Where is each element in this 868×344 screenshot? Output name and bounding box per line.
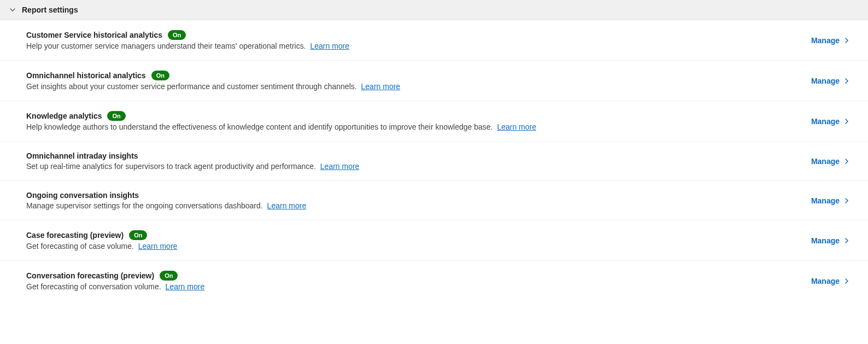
chevron-right-icon (843, 197, 851, 205)
status-badge-on: On (160, 271, 178, 281)
setting-description: Help knowledge authors to understand the… (26, 123, 802, 131)
setting-row: Customer Service historical analyticsOnH… (0, 20, 868, 61)
setting-title: Knowledge analytics (26, 112, 102, 120)
setting-row-content: Omnichannel historical analyticsOnGet in… (26, 71, 802, 91)
manage-button[interactable]: Manage (802, 194, 851, 207)
setting-row: Knowledge analyticsOnHelp knowledge auth… (0, 101, 868, 142)
learn-more-link[interactable]: Learn more (138, 242, 178, 250)
manage-button[interactable]: Manage (802, 155, 851, 168)
setting-description-text: Help knowledge authors to understand the… (26, 123, 493, 131)
chevron-right-icon (843, 37, 851, 44)
setting-title: Conversation forecasting (preview) (26, 271, 154, 280)
manage-button[interactable]: Manage (802, 234, 851, 247)
manage-label: Manage (811, 277, 840, 285)
chevron-down-icon (9, 6, 16, 14)
setting-title-line: Case forecasting (preview)On (26, 230, 802, 240)
setting-description-text: Manage supervisor settings for the ongoi… (26, 201, 263, 210)
setting-title-line: Omnichannel intraday insights (26, 151, 802, 160)
settings-list: Customer Service historical analyticsOnH… (0, 20, 868, 301)
manage-label: Manage (811, 196, 840, 205)
setting-description-text: Get forecasting of conversation volume. (26, 282, 161, 291)
setting-row: Omnichannel historical analyticsOnGet in… (0, 61, 868, 101)
setting-title-line: Customer Service historical analyticsOn (26, 30, 802, 40)
setting-description-text: Help your customer service managers unde… (26, 42, 306, 50)
manage-label: Manage (811, 117, 840, 126)
setting-row: Case forecasting (preview)OnGet forecast… (0, 220, 868, 261)
chevron-right-icon (843, 118, 851, 125)
setting-description: Set up real-time analytics for superviso… (26, 162, 802, 171)
learn-more-link[interactable]: Learn more (361, 82, 401, 91)
setting-row: Omnichannel intraday insightsSet up real… (0, 142, 868, 181)
setting-title: Omnichannel historical analytics (26, 71, 146, 80)
status-badge-on: On (168, 30, 186, 40)
setting-description: Get forecasting of conversation volume. … (26, 282, 802, 291)
section-header[interactable]: Report settings (0, 0, 868, 20)
setting-title-line: Knowledge analyticsOn (26, 111, 802, 121)
manage-button[interactable]: Manage (802, 275, 851, 288)
setting-title-line: Ongoing conversation insights (26, 191, 802, 200)
setting-row: Conversation forecasting (preview)OnGet … (0, 261, 868, 301)
status-badge-on: On (151, 71, 169, 80)
setting-description-text: Get forecasting of case volume. (26, 242, 134, 250)
chevron-right-icon (843, 77, 851, 85)
chevron-right-icon (843, 237, 851, 244)
setting-row-content: Omnichannel intraday insightsSet up real… (26, 151, 802, 171)
chevron-right-icon (843, 277, 851, 285)
setting-row-content: Ongoing conversation insightsManage supe… (26, 191, 802, 210)
setting-description-text: Set up real-time analytics for superviso… (26, 162, 316, 171)
learn-more-link[interactable]: Learn more (310, 42, 349, 50)
setting-title: Ongoing conversation insights (26, 191, 139, 200)
status-badge-on: On (129, 230, 147, 240)
setting-title-line: Omnichannel historical analyticsOn (26, 71, 802, 80)
manage-button[interactable]: Manage (802, 34, 851, 47)
setting-row-content: Knowledge analyticsOnHelp knowledge auth… (26, 111, 802, 131)
setting-row-content: Customer Service historical analyticsOnH… (26, 30, 802, 50)
setting-description: Manage supervisor settings for the ongoi… (26, 201, 802, 210)
setting-row: Ongoing conversation insightsManage supe… (0, 181, 868, 220)
manage-label: Manage (811, 77, 840, 85)
setting-title: Omnichannel intraday insights (26, 151, 138, 160)
setting-description-text: Get insights about your customer service… (26, 82, 357, 91)
manage-label: Manage (811, 236, 840, 245)
setting-row-content: Case forecasting (preview)OnGet forecast… (26, 230, 802, 250)
chevron-right-icon (843, 158, 851, 165)
setting-description: Get insights about your customer service… (26, 82, 802, 91)
section-title: Report settings (22, 5, 78, 14)
learn-more-link[interactable]: Learn more (320, 162, 360, 171)
manage-label: Manage (811, 36, 840, 45)
setting-row-content: Conversation forecasting (preview)OnGet … (26, 271, 802, 291)
setting-title-line: Conversation forecasting (preview)On (26, 271, 802, 281)
setting-description: Help your customer service managers unde… (26, 42, 802, 50)
manage-button[interactable]: Manage (802, 74, 851, 88)
learn-more-link[interactable]: Learn more (267, 201, 307, 210)
learn-more-link[interactable]: Learn more (497, 123, 536, 131)
setting-title: Case forecasting (preview) (26, 231, 124, 240)
status-badge-on: On (107, 111, 125, 121)
manage-button[interactable]: Manage (802, 115, 851, 128)
manage-label: Manage (811, 157, 840, 166)
setting-title: Customer Service historical analytics (26, 31, 162, 39)
setting-description: Get forecasting of case volume. Learn mo… (26, 242, 802, 250)
learn-more-link[interactable]: Learn more (166, 282, 205, 291)
